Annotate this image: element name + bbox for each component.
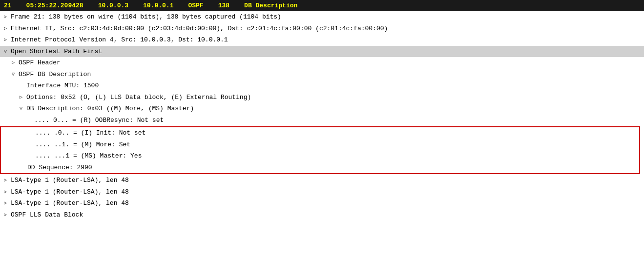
header-src-ip: 10.0.0.3: [98, 2, 128, 9]
tree-item-lsa2[interactable]: ▷LSA-type 1 (Router-LSA), len 48: [0, 186, 644, 198]
toggle-icon-lsa1[interactable]: ▷: [4, 177, 9, 184]
tree-item-text-lsa2: LSA-type 1 (Router-LSA), len 48: [11, 187, 129, 197]
highlighted-region: .... .0.. = (I) Init: Not set.... ..1. =…: [0, 126, 640, 174]
header-bar: 21 05:25:22.209428 10.0.0.3 10.0.0.1 OSP…: [0, 0, 644, 11]
tree-item-text-oob: .... 0... = (R) OOBResync: Not set: [34, 116, 164, 125]
tree-item-text-lls: OSPF LLS Data Block: [11, 210, 83, 220]
toggle-icon-lsa2[interactable]: ▷: [4, 188, 9, 196]
toggle-icon-ipv4[interactable]: ▷: [4, 36, 9, 43]
tree-item-text-master: .... ...1 = (MS) Master: Yes: [35, 151, 142, 161]
tree-item-text-ethernet: Ethernet II, Src: c2:03:4d:0d:00:00 (c2:…: [11, 24, 388, 34]
toggle-icon-ospf[interactable]: ▽: [4, 48, 9, 55]
header-frame: 21: [4, 2, 12, 9]
tree-item-text-dd-seq: DD Sequence: 2990: [27, 163, 92, 173]
tree-item-options[interactable]: ▷Options: 0x52 (O, (L) LLS Data block, (…: [0, 92, 644, 103]
tree-item-master[interactable]: .... ...1 = (MS) Master: Yes: [1, 150, 639, 162]
tree-item-text-more: .... ..1. = (M) More: Set: [35, 140, 130, 150]
toggle-icon-options[interactable]: ▷: [20, 94, 24, 101]
tree-item-ospf-db[interactable]: ▽OSPF DB Description: [0, 69, 644, 80]
tree-item-ethernet[interactable]: ▷Ethernet II, Src: c2:03:4d:0d:00:00 (c2…: [0, 23, 644, 35]
tree-item-text-db-desc: DB Description: 0x03 ((M) More, (MS) Mas…: [26, 104, 194, 114]
tree-item-text-init: .... .0.. = (I) Init: Not set: [35, 128, 145, 138]
tree-item-dd-seq[interactable]: DD Sequence: 2990: [1, 162, 639, 174]
tree-item-frame[interactable]: ▷Frame 21: 138 bytes on wire (1104 bits)…: [0, 11, 644, 23]
header-timestamp: 05:25:22.209428: [26, 2, 83, 9]
tree-item-text-mtu: Interface MTU: 1500: [26, 81, 99, 91]
tree-item-text-frame: Frame 21: 138 bytes on wire (1104 bits),…: [11, 12, 281, 22]
header-protocol: OSPF: [188, 2, 203, 9]
tree-item-text-options: Options: 0x52 (O, (L) LLS Data block, (E…: [26, 93, 251, 102]
packet-tree: ▷Frame 21: 138 bytes on wire (1104 bits)…: [0, 11, 644, 220]
tree-item-text-lsa3: LSA-type 1 (Router-LSA), len 48: [11, 198, 129, 208]
tree-item-oob[interactable]: .... 0... = (R) OOBResync: Not set: [0, 115, 644, 126]
header-length: 138: [218, 2, 229, 9]
tree-item-more[interactable]: .... ..1. = (M) More: Set: [1, 139, 639, 151]
toggle-icon-lsa3[interactable]: ▷: [4, 199, 9, 207]
tree-item-text-ipv4: Internet Protocol Version 4, Src: 10.0.0…: [11, 35, 228, 45]
header-dst-ip: 10.0.0.1: [143, 2, 173, 9]
toggle-icon-db-desc[interactable]: ▽: [20, 105, 24, 112]
toggle-icon-lls[interactable]: ▷: [4, 211, 9, 218]
tree-item-ospf[interactable]: ▽Open Shortest Path First: [0, 46, 644, 58]
tree-item-lsa3[interactable]: ▷LSA-type 1 (Router-LSA), len 48: [0, 198, 644, 209]
tree-item-lls[interactable]: ▷OSPF LLS Data Block: [0, 209, 644, 221]
toggle-icon-ospf-db[interactable]: ▽: [12, 71, 17, 78]
tree-item-ospf-header[interactable]: ▷OSPF Header: [0, 57, 644, 69]
tree-item-text-ospf-db: OSPF DB Description: [19, 70, 91, 79]
tree-item-init[interactable]: .... .0.. = (I) Init: Not set: [1, 127, 639, 139]
toggle-icon-ospf-header[interactable]: ▷: [12, 59, 17, 66]
tree-item-text-ospf-header: OSPF Header: [19, 58, 61, 68]
tree-item-mtu[interactable]: Interface MTU: 1500: [0, 80, 644, 92]
toggle-icon-frame[interactable]: ▷: [4, 13, 9, 20]
header-description: DB Description: [244, 2, 297, 9]
tree-item-text-ospf: Open Shortest Path First: [11, 47, 102, 57]
toggle-icon-ethernet[interactable]: ▷: [4, 25, 9, 32]
tree-item-text-lsa1: LSA-type 1 (Router-LSA), len 48: [11, 176, 129, 185]
tree-item-db-desc[interactable]: ▽DB Description: 0x03 ((M) More, (MS) Ma…: [0, 103, 644, 115]
tree-item-ipv4[interactable]: ▷Internet Protocol Version 4, Src: 10.0.…: [0, 34, 644, 46]
tree-item-lsa1[interactable]: ▷LSA-type 1 (Router-LSA), len 48: [0, 175, 644, 186]
